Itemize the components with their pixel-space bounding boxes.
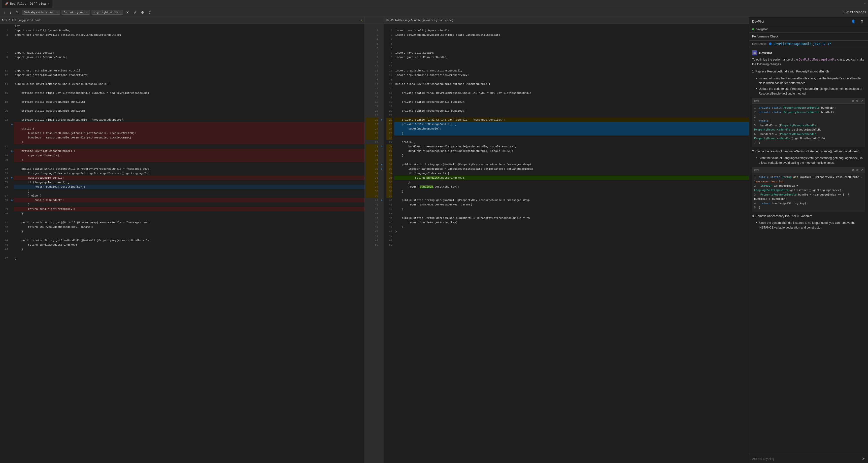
ref-label: Reference: bbox=[752, 42, 767, 45]
apply-icon-2[interactable]: ↗ bbox=[861, 168, 863, 172]
code-line: public static String get(@NotNull @Prope… bbox=[14, 220, 365, 225]
apply-icon[interactable]: ↗ bbox=[861, 99, 863, 102]
code-line: } bbox=[14, 211, 365, 216]
devpilot-avatar: 🤖 bbox=[752, 50, 757, 55]
code-line bbox=[14, 42, 365, 46]
code-line: private static ResourceBundle bundleEn; bbox=[394, 100, 749, 104]
left-code-panel: Dev Pilot suggested code ⚠ 2 3 7 8 11 bbox=[0, 17, 365, 463]
reference-row: Reference: 🔵 DevPilotMessageBundle.java:… bbox=[749, 41, 868, 48]
right-code-body[interactable]: 2 3 4 5 6 7 8 9 10 11 12 13 14 15 16 17 bbox=[384, 24, 749, 463]
code-block-1-body: 1private static PropertyResourceBundle b… bbox=[752, 104, 865, 147]
edit-button[interactable]: ✎ bbox=[14, 10, 20, 15]
right-code-content[interactable]: import com.intellij.DynamicBundle; impor… bbox=[394, 24, 749, 463]
code-line: bundleCN = ResourceBundle.getBundle(path… bbox=[14, 135, 365, 140]
code-line: public static String get(@NotNull @Prope… bbox=[394, 162, 749, 167]
code-line: private static final String pathToBundle… bbox=[394, 118, 749, 122]
code-line: public static String getFromBundleEn(@No… bbox=[14, 238, 365, 243]
code-line: import com.intellij.DynamicBundle; bbox=[394, 28, 749, 33]
toolbar: ↑ ↓ ✎ Side-by-side viewer ▾ Do not ignor… bbox=[0, 8, 868, 17]
code-line: private static final DevPilotMessageBund… bbox=[394, 91, 749, 95]
devpilot-sender-name: DevPilot bbox=[759, 51, 772, 55]
code-line: if (languageIndex == 1) { bbox=[394, 171, 749, 176]
code-line: return bundleEn.getString(key); bbox=[394, 220, 749, 225]
devpilot-intro: To optimize the performance of the DevPi… bbox=[752, 57, 865, 67]
code-line: } bbox=[14, 158, 365, 162]
swap-button[interactable]: ⇄ bbox=[132, 10, 138, 15]
code-line bbox=[394, 193, 749, 198]
ref-link[interactable]: DevPilotMessageBundle.java:12-47 bbox=[774, 42, 831, 45]
help-button[interactable]: ? bbox=[147, 10, 152, 15]
code-line: } bbox=[394, 189, 749, 193]
code-line bbox=[14, 252, 365, 256]
code-line: import com.zhongan.devpilot.settings.sta… bbox=[14, 33, 365, 37]
code-line: private static final DevPilotMessageBund… bbox=[14, 91, 365, 95]
code-line: return bundleCN.getString(key); bbox=[394, 176, 749, 180]
devpilot-user-icon[interactable]: 👤 bbox=[850, 19, 857, 24]
bullet-item-3-1: Since the dynamicBundle instance is no l… bbox=[756, 221, 865, 230]
close-highlight-button[interactable]: ✕ bbox=[125, 10, 130, 15]
code-line bbox=[14, 234, 365, 238]
code-line: bundleCN = ResourceBundle.getBundle(path… bbox=[394, 149, 749, 153]
code-block-2-body: 1public static String get(@NotNull @Prop… bbox=[752, 173, 865, 212]
more-options-icon[interactable]: ⋯ bbox=[864, 2, 866, 6]
ask-input[interactable] bbox=[752, 457, 862, 461]
code-line bbox=[394, 113, 749, 118]
devpilot-panel-title: DevPilot bbox=[752, 20, 764, 23]
devpilot-nav[interactable]: navigator bbox=[749, 26, 868, 33]
code-line bbox=[394, 24, 749, 28]
copy-icon-2[interactable]: ⧉ bbox=[852, 168, 854, 172]
code-line: } bbox=[14, 247, 365, 252]
left-code-content[interactable]: off import com.intellij.DynamicBundle; i… bbox=[14, 24, 365, 463]
code-line: return bundleCN.getString(key); bbox=[14, 185, 365, 189]
left-code-body[interactable]: 2 3 7 8 11 12 14 16 18 bbox=[0, 24, 365, 463]
left-panel-header: Dev Pilot suggested code ⚠ bbox=[0, 17, 365, 24]
code-block-1-actions: ⧉ ⊕ ↗ bbox=[852, 99, 863, 102]
left-line-numbers: 2 3 7 8 11 12 14 16 18 bbox=[0, 24, 10, 463]
code-line: if (languageIndex == 1) { bbox=[14, 180, 365, 185]
code-block-2-actions: ⧉ ⊕ ↗ bbox=[852, 168, 863, 172]
nav-status-dot bbox=[752, 28, 754, 30]
copy-icon[interactable]: ⧉ bbox=[852, 99, 854, 102]
code-line: import com.intellij.DynamicBundle; bbox=[14, 28, 365, 33]
bullet-item-1-1: Instead of using the ResourceBundle clas… bbox=[756, 76, 865, 86]
code-line: public static String get(@NotNull @Prope… bbox=[14, 167, 365, 171]
ignore-dropdown-button[interactable]: Do not ignore ▾ bbox=[62, 10, 90, 14]
code-line bbox=[394, 42, 749, 46]
code-line: } bbox=[394, 131, 749, 135]
code-line: static { bbox=[394, 140, 749, 145]
code-line: } bbox=[14, 256, 365, 260]
code-line: private DevPilotMessageBundle() { bbox=[394, 122, 749, 127]
send-button[interactable]: ➤ bbox=[862, 456, 865, 461]
code-line bbox=[14, 145, 365, 149]
code-line bbox=[394, 46, 749, 51]
devpilot-panel-header: DevPilot 👤 ⚙ bbox=[749, 17, 868, 26]
code-line: import org.jetbrains.annotations.Propert… bbox=[394, 73, 749, 78]
code-line bbox=[394, 64, 749, 68]
numbered-item-3: 3. Remove unnecessary INSTANCE variable: bbox=[752, 214, 865, 219]
highlight-dropdown-button[interactable]: Highlight words ▾ bbox=[92, 10, 123, 14]
insert-icon[interactable]: ⊕ bbox=[856, 99, 859, 102]
center-line-numbers: 2 3 4 5 6 7 8 9 10 11 12 13 14 15 16 17 bbox=[365, 17, 384, 463]
code-line bbox=[14, 78, 365, 82]
code-line: return bundleEn.getString(key); bbox=[394, 185, 749, 189]
code-block-2-lang: java bbox=[754, 168, 759, 172]
code-line: } bbox=[394, 229, 749, 234]
close-tab-icon[interactable]: ✕ bbox=[48, 2, 49, 6]
next-diff-button[interactable]: ↓ bbox=[8, 10, 13, 15]
title-tab[interactable]: 🚀 Dev Pilot: Diff view ✕ bbox=[2, 0, 52, 8]
code-line: } bbox=[394, 180, 749, 185]
numbered-item-1: 1. Replace ResourceBundle with PropertyR… bbox=[752, 69, 865, 74]
code-line bbox=[394, 238, 749, 243]
settings-button[interactable]: ⚙ bbox=[140, 10, 146, 15]
right-panel-header: DevPilotMessageBundle.java(original code… bbox=[384, 17, 749, 24]
devpilot-settings-icon[interactable]: ⚙ bbox=[859, 19, 865, 24]
code-line: public static String get(@NotNull @Prope… bbox=[394, 198, 749, 203]
code-line bbox=[14, 86, 365, 91]
code-line bbox=[14, 162, 365, 167]
code-line: return bundle.getString(key); bbox=[14, 207, 365, 211]
code-line: Integer languageIndex = LanguageSettings… bbox=[394, 167, 749, 171]
insert-icon-2[interactable]: ⊕ bbox=[856, 168, 859, 172]
viewer-dropdown-button[interactable]: Side-by-side viewer ▾ bbox=[22, 10, 60, 14]
prev-diff-button[interactable]: ↑ bbox=[2, 10, 7, 15]
code-line: } bbox=[394, 153, 749, 158]
